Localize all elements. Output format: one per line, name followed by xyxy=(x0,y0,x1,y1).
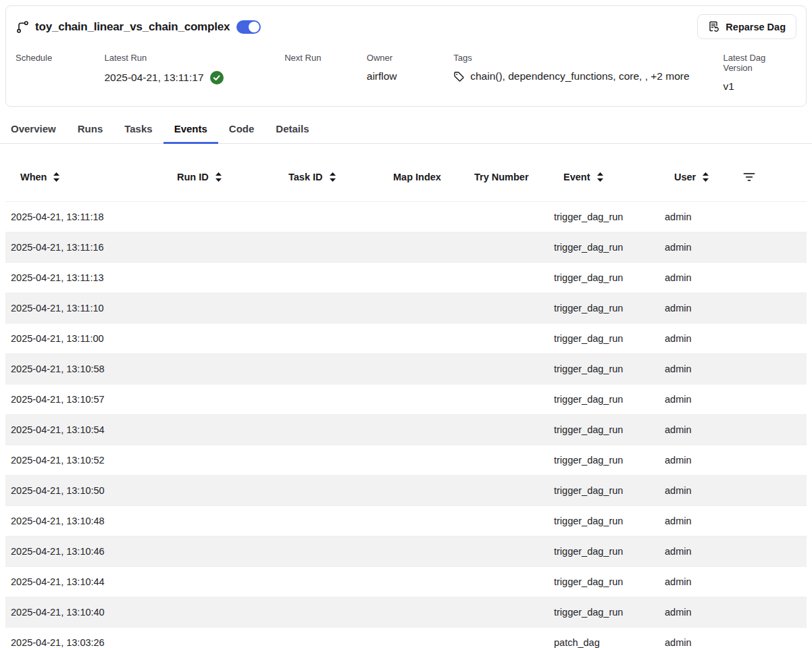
dag-pause-toggle[interactable] xyxy=(236,20,261,34)
cell-when: 2025-04-21, 13:10:54 xyxy=(5,424,162,435)
sort-icon xyxy=(53,172,59,182)
reparse-button-label: Reparse Dag xyxy=(726,22,786,32)
cell-when: 2025-04-21, 13:10:48 xyxy=(5,516,162,526)
cell-when: 2025-04-21, 13:11:00 xyxy=(5,333,162,344)
column-label: User xyxy=(674,172,696,182)
column-header-run-id[interactable]: Run ID xyxy=(162,161,274,193)
dag-graph-icon xyxy=(16,20,29,34)
column-label: Map Index xyxy=(393,172,441,182)
sort-icon xyxy=(597,172,603,182)
cell-event: patch_dag xyxy=(549,637,659,648)
cell-user: admin xyxy=(659,242,736,253)
dag-tabs: Overview Runs Tasks Events Code Details xyxy=(0,116,812,144)
table-row: 2025-04-21, 13:11:13 trigger_dag_run adm… xyxy=(5,262,807,293)
cell-user: admin xyxy=(659,394,736,405)
dag-title-row: toy_chain_linear_vs_chain_complex Repars… xyxy=(16,14,796,39)
tab-events[interactable]: Events xyxy=(163,116,218,144)
sort-icon xyxy=(703,172,709,182)
table-row: 2025-04-21, 13:11:18 trigger_dag_run adm… xyxy=(5,201,807,232)
reparse-icon xyxy=(708,21,719,32)
cell-user: admin xyxy=(659,272,736,283)
success-check-icon[interactable] xyxy=(209,70,224,85)
table-row: 2025-04-21, 13:10:44 trigger_dag_run adm… xyxy=(5,566,807,597)
cell-user: admin xyxy=(659,546,736,557)
cell-event: trigger_dag_run xyxy=(549,455,659,466)
table-row: 2025-04-21, 13:10:50 trigger_dag_run adm… xyxy=(5,475,807,505)
filter-icon xyxy=(743,172,755,182)
cell-when: 2025-04-21, 13:10:50 xyxy=(5,485,162,496)
cell-event: trigger_dag_run xyxy=(549,394,659,405)
info-schedule: Schedule xyxy=(16,53,104,70)
cell-when: 2025-04-21, 13:10:44 xyxy=(5,576,162,587)
cell-when: 2025-04-21, 13:11:16 xyxy=(5,242,162,253)
cell-user: admin xyxy=(659,303,736,314)
column-header-try-number: Try Number xyxy=(459,161,549,193)
info-latest-run: Latest Run 2025-04-21, 13:11:17 xyxy=(104,53,284,85)
table-row: 2025-04-21, 13:10:58 trigger_dag_run adm… xyxy=(5,353,807,384)
cell-when: 2025-04-21, 13:11:18 xyxy=(5,211,162,222)
info-latest-dag-version: Latest Dag Version v1 xyxy=(723,53,796,93)
toggle-knob xyxy=(249,22,259,32)
cell-when: 2025-04-21, 13:03:26 xyxy=(5,637,162,648)
table-row: 2025-04-21, 13:10:57 trigger_dag_run adm… xyxy=(5,384,807,414)
tags-value[interactable]: chain(), dependency_functions, core, , +… xyxy=(470,70,689,82)
latest-dag-version-value: v1 xyxy=(723,80,796,93)
cell-user: admin xyxy=(659,576,736,587)
sort-icon xyxy=(330,172,336,182)
column-label: Event xyxy=(563,172,590,182)
cell-user: admin xyxy=(659,607,736,618)
info-tags: Tags chain(), dependency_functions, core… xyxy=(453,53,723,82)
cell-event: trigger_dag_run xyxy=(549,516,659,526)
schedule-label: Schedule xyxy=(16,53,104,63)
tab-tasks[interactable]: Tasks xyxy=(113,116,163,144)
owner-value: airflow xyxy=(367,70,453,82)
column-label: Try Number xyxy=(474,172,529,182)
column-label: Task ID xyxy=(288,172,323,182)
owner-label: Owner xyxy=(367,53,453,63)
info-next-run: Next Run xyxy=(284,53,367,70)
info-owner: Owner airflow xyxy=(367,53,453,82)
cell-user: admin xyxy=(659,485,736,496)
cell-event: trigger_dag_run xyxy=(549,303,659,314)
cell-event: trigger_dag_run xyxy=(549,333,659,344)
cell-event: trigger_dag_run xyxy=(549,424,659,435)
cell-when: 2025-04-21, 13:11:10 xyxy=(5,303,162,314)
column-label: When xyxy=(20,172,47,182)
cell-user: admin xyxy=(659,637,736,648)
cell-event: trigger_dag_run xyxy=(549,485,659,496)
latest-run-value[interactable]: 2025-04-21, 13:11:17 xyxy=(104,72,203,84)
cell-when: 2025-04-21, 13:10:52 xyxy=(5,455,162,466)
cell-event: trigger_dag_run xyxy=(549,211,659,222)
table-row: 2025-04-21, 13:10:54 trigger_dag_run adm… xyxy=(5,414,807,445)
dag-header-card: toy_chain_linear_vs_chain_complex Repars… xyxy=(5,5,807,107)
cell-user: admin xyxy=(659,333,736,344)
cell-user: admin xyxy=(659,455,736,466)
events-table-header: When Run ID Task ID Map Index Try Number… xyxy=(5,161,807,193)
tag-icon xyxy=(453,71,465,82)
cell-user: admin xyxy=(659,516,736,526)
reparse-dag-button[interactable]: Reparse Dag xyxy=(697,14,796,39)
tab-details[interactable]: Details xyxy=(265,116,320,144)
cell-when: 2025-04-21, 13:10:57 xyxy=(5,394,162,405)
table-row: 2025-04-21, 13:11:10 trigger_dag_run adm… xyxy=(5,293,807,323)
latest-run-label: Latest Run xyxy=(104,53,284,63)
cell-when: 2025-04-21, 13:10:46 xyxy=(5,546,162,557)
column-header-map-index: Map Index xyxy=(378,161,459,193)
events-table-body: 2025-04-21, 13:11:18 trigger_dag_run adm… xyxy=(5,201,807,648)
table-row: 2025-04-21, 13:10:48 trigger_dag_run adm… xyxy=(5,505,807,536)
column-header-when[interactable]: When xyxy=(5,161,162,193)
cell-when: 2025-04-21, 13:11:13 xyxy=(5,272,162,283)
table-row: 2025-04-21, 13:03:26 patch_dag admin xyxy=(5,627,807,648)
column-header-event[interactable]: Event xyxy=(549,161,659,193)
cell-event: trigger_dag_run xyxy=(549,272,659,283)
tab-runs[interactable]: Runs xyxy=(67,116,114,144)
column-header-task-id[interactable]: Task ID xyxy=(274,161,378,193)
filter-button[interactable] xyxy=(736,161,807,193)
cell-when: 2025-04-21, 13:10:58 xyxy=(5,364,162,374)
tab-overview[interactable]: Overview xyxy=(0,116,67,144)
table-row: 2025-04-21, 13:11:16 trigger_dag_run adm… xyxy=(5,232,807,262)
tags-label: Tags xyxy=(453,53,723,63)
column-header-user[interactable]: User xyxy=(659,161,736,193)
table-row: 2025-04-21, 13:10:52 trigger_dag_run adm… xyxy=(5,445,807,475)
tab-code[interactable]: Code xyxy=(218,116,265,144)
